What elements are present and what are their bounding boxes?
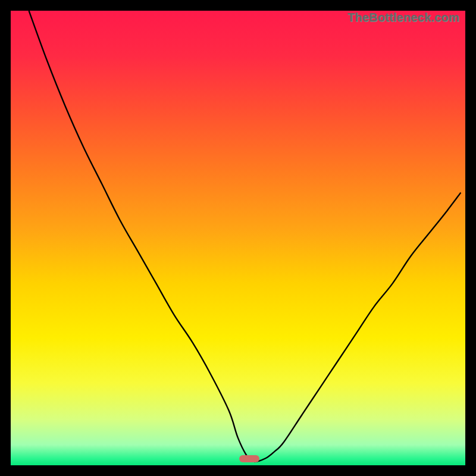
bottleneck-chart xyxy=(11,11,465,465)
plot-area: TheBottleneck.com xyxy=(11,11,465,465)
optimal-point-marker xyxy=(239,455,259,462)
watermark-text: TheBottleneck.com xyxy=(347,11,459,24)
chart-frame: TheBottleneck.com xyxy=(0,0,476,476)
gradient-background xyxy=(11,11,465,465)
